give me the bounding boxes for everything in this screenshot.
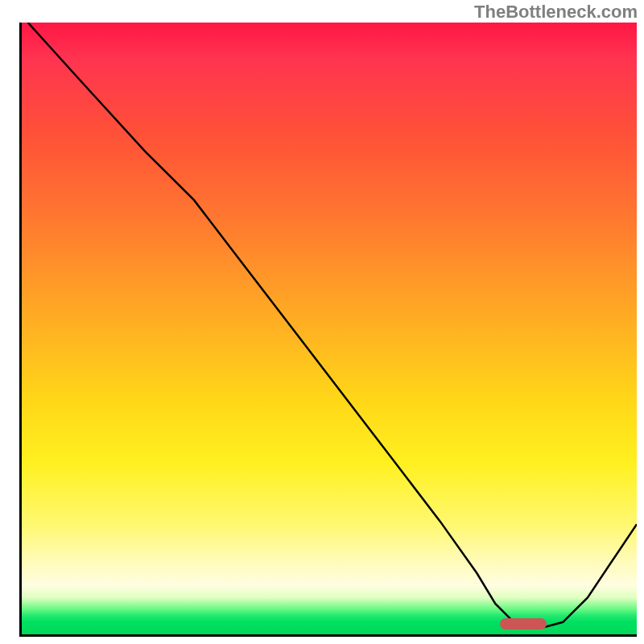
curve-svg xyxy=(22,23,637,634)
optimal-marker xyxy=(500,618,547,630)
watermark-text: TheBottleneck.com xyxy=(474,2,638,23)
chart-container: TheBottleneck.com xyxy=(0,0,644,644)
plot-area xyxy=(19,23,637,637)
bottleneck-curve xyxy=(28,23,637,627)
